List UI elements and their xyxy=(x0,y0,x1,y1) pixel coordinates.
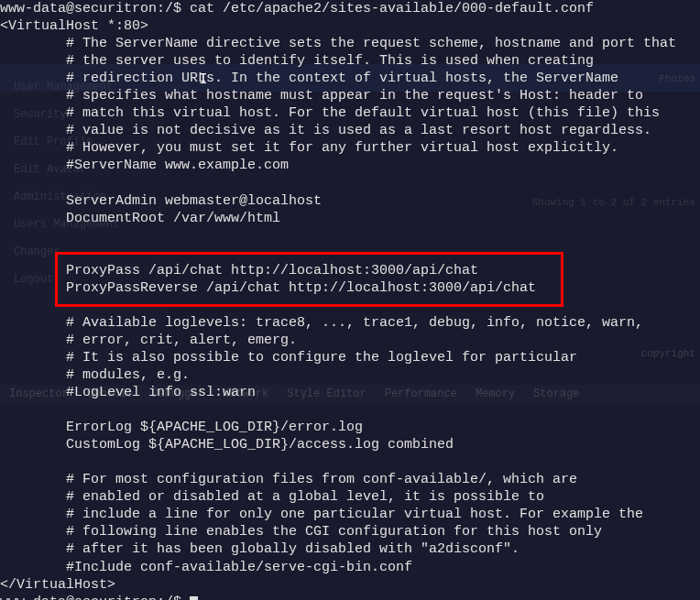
config-line: # Available loglevels: trace8, ..., trac… xyxy=(0,314,700,332)
config-line: #LogLevel info ssl:warn xyxy=(0,384,700,401)
config-line: # after it has been globally disabled wi… xyxy=(0,540,700,558)
config-line: # enabled or disabled at a global level,… xyxy=(0,488,700,506)
config-line: # following line enables the CGI configu… xyxy=(0,523,700,540)
config-line: # The ServerName directive sets the requ… xyxy=(0,35,700,52)
terminal-end-prompt: www-data@securitron:/$ xyxy=(0,594,700,600)
config-line xyxy=(0,401,700,419)
config-line xyxy=(0,245,700,262)
config-line: ErrorLog ${APACHE_LOG_DIR}/error.log xyxy=(0,419,700,436)
config-line: # modules, e.g. xyxy=(0,366,700,384)
config-line: # specifies what hostname must appear in… xyxy=(0,87,700,104)
config-line: # error, crit, alert, emerg. xyxy=(0,332,700,349)
terminal-prompt-line: www-data@securitron:/$ cat /etc/apache2/… xyxy=(0,0,700,17)
config-line: CustomLog ${APACHE_LOG_DIR}/access.log c… xyxy=(0,436,700,453)
config-line: ServerAdmin webmaster@localhost xyxy=(0,192,700,210)
config-line xyxy=(0,453,700,471)
config-line: </VirtualHost> xyxy=(0,576,700,594)
terminal-output[interactable]: www-data@securitron:/$ cat /etc/apache2/… xyxy=(0,0,700,600)
config-line xyxy=(0,297,700,314)
config-line: # For most configuration files from conf… xyxy=(0,471,700,488)
config-line: #Include conf-available/serve-cgi-bin.co… xyxy=(0,559,700,576)
config-line: DocumentRoot /var/www/html xyxy=(0,210,700,227)
config-line: # It is also possible to configure the l… xyxy=(0,349,700,366)
config-line: <VirtualHost *:80> xyxy=(0,17,700,35)
config-line: # the server uses to identify itself. Th… xyxy=(0,52,700,70)
config-line: # redirection URLs. In the context of vi… xyxy=(0,70,700,87)
config-line: #ServerName www.example.com xyxy=(0,157,700,174)
config-line xyxy=(0,227,700,245)
cursor-icon xyxy=(190,596,198,600)
config-line: ProxyPass /api/chat http://localhost:300… xyxy=(0,262,700,279)
config-line: # value is not decisive as it is used as… xyxy=(0,122,700,139)
config-line xyxy=(0,174,700,191)
config-line: ProxyPassReverse /api/chat http://localh… xyxy=(0,279,700,297)
config-line: # However, you must set it for any furth… xyxy=(0,139,700,157)
config-line: # match this virtual host. For the defau… xyxy=(0,104,700,122)
config-line: # include a line for only one particular… xyxy=(0,506,700,523)
